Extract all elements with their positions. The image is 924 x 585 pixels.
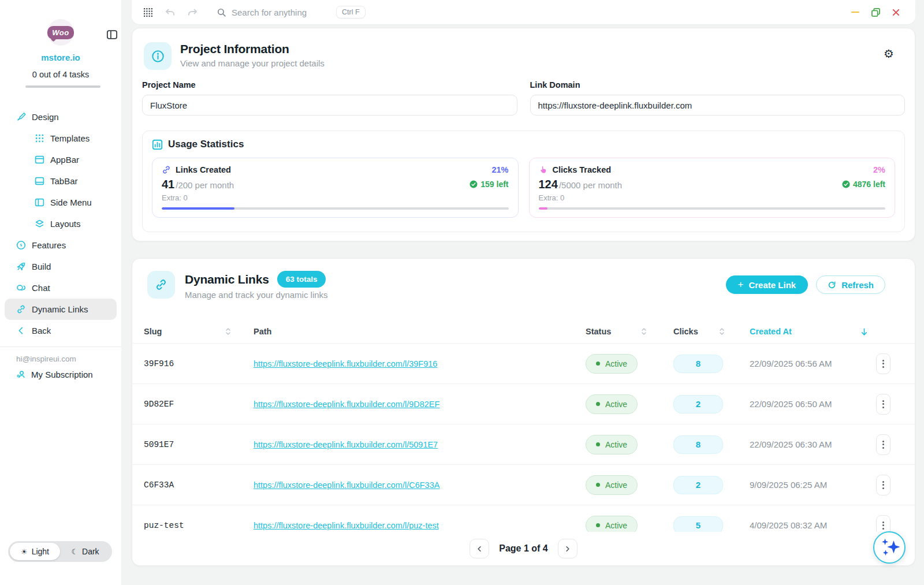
sidebar-nav-item[interactable]: AppBar (5, 149, 117, 170)
sidebar-nav-item[interactable]: Side Menu (5, 192, 117, 213)
project-name-field: Project Name (142, 80, 517, 115)
chevron-right-icon (563, 545, 572, 553)
sun-icon: ☀ (21, 547, 28, 556)
status-badge: Active (586, 475, 638, 495)
sidebar-divider (0, 346, 121, 347)
minimize-button[interactable] (851, 8, 860, 17)
status-dot-icon (596, 402, 600, 406)
sidebar-nav-item[interactable]: Build (5, 256, 117, 277)
status-cell: Active (586, 516, 673, 534)
previous-page-button[interactable] (470, 539, 489, 558)
path-link[interactable]: https://fluxstore-deeplink.fluxbuilder.c… (254, 480, 439, 490)
sidebar-nav-item[interactable]: Features (5, 234, 117, 256)
nav-item-label: Layouts (50, 219, 81, 229)
status-dot-icon (596, 523, 600, 527)
nav-item-label: Side Menu (50, 198, 92, 207)
link-domain-label: Link Domain (530, 80, 906, 90)
nav-item-icon (35, 155, 44, 165)
dynamic-links-subtitle: Manage and track your dynamic links (185, 290, 328, 300)
row-actions-kebab-button[interactable] (876, 515, 891, 534)
clicks-badge: 5 (673, 516, 723, 534)
path-link[interactable]: https://fluxstore-deeplink.fluxbuilder.c… (254, 521, 439, 530)
next-page-button[interactable] (558, 539, 578, 558)
nav-item-label: Back (32, 326, 51, 336)
slug-cell: C6F33A (144, 480, 254, 490)
logo: Woo (0, 19, 121, 46)
nav-item-label: AppBar (50, 155, 79, 165)
sidebar-nav-item[interactable]: Templates (5, 128, 117, 149)
sidebar-collapse-icon[interactable] (106, 29, 118, 40)
path-link[interactable]: https://fluxstore-deeplink.fluxbuilder.c… (254, 359, 437, 368)
stat-remaining: 4876 left (842, 180, 885, 189)
sort-icon (719, 327, 725, 336)
my-subscription-link[interactable]: My Subscription (16, 370, 93, 379)
theme-dark-button[interactable]: ☾ Dark (60, 543, 110, 560)
stat-progress-track (539, 207, 886, 210)
refresh-button[interactable]: Refresh (816, 275, 885, 294)
sidebar-nav-item[interactable]: TabBar (5, 170, 117, 192)
project-information-title: Project Information (180, 42, 325, 56)
stat-extra: Extra: 0 (162, 193, 509, 202)
sidebar-nav-item[interactable]: Layouts (5, 213, 117, 234)
table-body: 39F916 https://fluxstore-deeplink.fluxbu… (132, 343, 915, 533)
sort-descending-icon (860, 327, 869, 336)
row-actions-kebab-button[interactable] (876, 475, 891, 495)
column-header-path[interactable]: Path (254, 327, 586, 336)
stat-icon (162, 165, 171, 174)
project-name-input[interactable] (142, 95, 517, 115)
woo-logo: Woo (47, 19, 74, 46)
clicks-badge: 2 (673, 395, 723, 413)
stat-name: Clicks Tracked (553, 165, 612, 174)
column-header-clicks[interactable]: Clicks (673, 327, 750, 336)
plus-icon: + (738, 279, 744, 290)
topbar: Ctrl F (132, 0, 915, 24)
pagination: Page 1 of 4 (132, 532, 915, 565)
stat-used-value: 124 (539, 178, 558, 191)
stat-progress-fill (539, 207, 547, 210)
stat-icon (539, 165, 548, 174)
app-window: Woo mstore.io 0 out of 4 tasks Design Te… (0, 0, 924, 585)
sidebar-nav-item[interactable]: Dynamic Links (5, 299, 117, 320)
path-link[interactable]: https://fluxstore-deeplink.fluxbuilder.c… (254, 400, 439, 409)
status-badge: Active (586, 435, 638, 454)
column-header-slug[interactable]: Slug (144, 327, 254, 336)
nav-item-icon (16, 262, 26, 271)
row-actions-kebab-button[interactable] (876, 434, 891, 455)
search-input[interactable] (232, 8, 331, 17)
usage-statistics-title: Usage Statistics (168, 139, 244, 150)
create-link-button[interactable]: + Create Link (726, 275, 808, 294)
maximize-button[interactable] (871, 8, 881, 17)
nav-item-icon (35, 133, 44, 143)
sidebar-nav-item[interactable]: Back (5, 320, 117, 341)
apps-grid-icon[interactable] (143, 8, 153, 17)
row-actions-kebab-button[interactable] (876, 353, 891, 374)
redo-icon[interactable] (187, 7, 198, 18)
account-email: hi@inspireui.com (16, 355, 76, 363)
close-button[interactable] (892, 8, 900, 17)
sidebar-nav-item[interactable]: Chat (5, 277, 117, 299)
undo-icon[interactable] (165, 7, 176, 18)
stat-used-value: 41 (162, 178, 174, 191)
theme-light-button[interactable]: ☀ Light (10, 543, 60, 560)
project-site-link[interactable]: mstore.io (0, 53, 121, 62)
nav-item-icon (16, 304, 26, 314)
page-indicator: Page 1 of 4 (499, 543, 547, 554)
sidebar-nav-item[interactable]: Design (5, 106, 117, 128)
column-header-created-at[interactable]: Created At (750, 327, 875, 336)
column-header-status[interactable]: Status (586, 327, 673, 336)
link-domain-input[interactable] (530, 95, 906, 115)
status-cell: Active (586, 475, 673, 495)
stat-percent: 21% (491, 165, 508, 174)
settings-gear-icon[interactable]: ⚙ (884, 48, 894, 59)
ai-assistant-button[interactable] (873, 531, 906, 564)
project-form: Project Name Link Domain (142, 80, 905, 115)
table-row: 5091E7 https://fluxstore-deeplink.fluxbu… (132, 424, 915, 464)
clicks-cell: 2 (673, 476, 750, 494)
row-actions-kebab-button[interactable] (876, 394, 891, 415)
clicks-cell: 8 (673, 435, 750, 454)
path-link[interactable]: https://fluxstore-deeplink.fluxbuilder.c… (254, 440, 438, 449)
status-dot-icon (596, 442, 600, 446)
slug-cell: puz-test (144, 521, 254, 530)
check-circle-icon (842, 180, 850, 188)
nav-item-icon (35, 219, 44, 229)
